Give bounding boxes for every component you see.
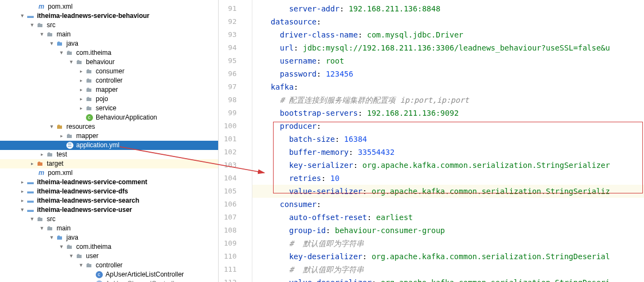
line-number: 96 (219, 67, 252, 80)
chevron-right-icon: ▸ (78, 76, 84, 85)
target-folder-icon: 🖿 (36, 159, 45, 168)
tree-item-module-behaviour[interactable]: ▼ ▬ itheima-leadnews-service-behaviour (0, 11, 218, 21)
code-line[interactable]: # 配置连接到服务端集群的配置项 ip:port,ip:port (252, 93, 644, 106)
chevron-right-icon: ▸ (78, 104, 84, 113)
line-number: 97 (219, 80, 252, 93)
folder-label: java (66, 233, 78, 242)
folder-label: mapper (76, 131, 98, 141)
line-number: 105 (219, 185, 252, 198)
module-label: itheima-leadnews-service-user (37, 205, 132, 215)
code-line[interactable]: kafka: (252, 80, 644, 93)
tree-item-module-search[interactable]: ▸ ▬ itheima-leadnews-service-search (0, 196, 218, 205)
tree-item-pojo[interactable]: ▸ 🖿 pojo (0, 95, 218, 104)
folder-label: src (47, 215, 55, 224)
package-label: behaviour (86, 58, 115, 67)
module-icon: ▬ (26, 178, 35, 187)
tree-item-user-src[interactable]: ▼ 🖿 src (0, 215, 218, 224)
code-line[interactable]: password: 123456 (252, 67, 644, 80)
tree-item-pom[interactable]: m pom.xml (0, 2, 218, 11)
code-line[interactable]: producer: (252, 120, 644, 133)
tree-item-module-comment[interactable]: ▸ ▬ itheima-leadnews-service-comment (0, 178, 218, 187)
tree-item-test[interactable]: ▸ 🖿 test (0, 150, 218, 159)
tree-item-res-mapper[interactable]: ▸ 🖿 mapper (0, 131, 218, 141)
chevron-down-icon: ▼ (39, 30, 45, 39)
tree-item-module-dfs[interactable]: ▸ ▬ itheima-leadnews-service-dfs (0, 187, 218, 196)
tree-item-behaviour[interactable]: ▼ 🖿 behaviour (0, 58, 218, 67)
code-line[interactable]: group-id: behaviour-consumer-group (252, 224, 644, 237)
code-editor[interactable]: server-addr: 192.168.211.136:8848 dataso… (252, 0, 644, 282)
source-folder-icon: 🖿 (55, 233, 64, 242)
tree-item-service[interactable]: ▸ 🖿 service (0, 104, 218, 113)
package-icon: 🖿 (85, 261, 94, 270)
code-line[interactable]: server-addr: 192.168.211.136:8848 (252, 2, 644, 15)
tree-item-application-yml[interactable]: ☰ application.yml (0, 141, 218, 150)
code-line[interactable]: datasource: (252, 15, 644, 28)
tree-item-src[interactable]: ▼ 🖿 src (0, 21, 218, 30)
tree-item-user-java[interactable]: ▼ 🖿 java (0, 233, 218, 242)
line-number: 99 (219, 106, 252, 120)
line-number: 98 (219, 93, 252, 106)
folder-label: src (47, 21, 55, 30)
code-line[interactable]: bootstrap-servers: 192.168.211.136:9092 (252, 106, 644, 120)
line-number: 94 (219, 41, 252, 54)
module-icon: ▬ (26, 205, 35, 215)
tree-item-user-com-itheima[interactable]: ▼ 🖿 com.itheima (0, 242, 218, 252)
code-line[interactable]: retries: 10 (252, 172, 644, 185)
code-line[interactable]: value-serializer: org.apache.kafka.commo… (252, 185, 644, 198)
code-line[interactable]: value-deserializer: org.apache.kafka.com… (252, 276, 644, 282)
package-icon: 🖿 (75, 58, 84, 67)
package-label: mapper (96, 85, 118, 95)
code-line[interactable]: buffer-memory: 33554432 (252, 146, 644, 159)
package-label: pojo (96, 95, 108, 104)
chevron-right-icon: ▸ (59, 131, 64, 141)
tree-item-mapper[interactable]: ▸ 🖿 mapper (0, 85, 218, 95)
module-label: itheima-leadnews-service-search (37, 196, 139, 205)
code-line[interactable]: url: jdbc:mysql://192.168.211.136:3306/l… (252, 41, 644, 54)
code-line[interactable]: driver-class-name: com.mysql.jdbc.Driver (252, 28, 644, 41)
tree-item-behaviour-application[interactable]: c BehaviourApplication (0, 113, 218, 122)
tree-item-article-list-controller[interactable]: c ApUserArticleListController (0, 270, 218, 279)
tree-item-com-itheima[interactable]: ▼ 🖿 com.itheima (0, 48, 218, 58)
code-line[interactable]: key-deserializer: org.apache.kafka.commo… (252, 250, 644, 263)
chevron-down-icon: ▼ (78, 261, 84, 270)
chevron-down-icon: ▼ (49, 39, 54, 48)
file-label: pom.xml (48, 168, 72, 178)
package-icon: 🖿 (85, 104, 94, 113)
chevron-right-icon: ▸ (78, 85, 84, 95)
chevron-right-icon: ▸ (20, 187, 25, 196)
package-label: service (96, 104, 116, 113)
tree-item-user-pkg[interactable]: ▼ 🖿 user (0, 252, 218, 261)
tree-item-target[interactable]: ▸ 🖿 target (0, 159, 218, 168)
java-class-icon: c (95, 271, 103, 278)
chevron-down-icon: ▼ (69, 252, 74, 261)
tree-item-pom-behaviour[interactable]: m pom.xml (0, 168, 218, 178)
code-line[interactable]: key-serializer: org.apache.kafka.common.… (252, 159, 644, 172)
folder-label: resources (66, 122, 95, 131)
code-line[interactable]: # 默认值即为字符串 (252, 263, 644, 276)
tree-item-resources[interactable]: ▼ 🖿 resources (0, 122, 218, 131)
chevron-down-icon: ▼ (39, 224, 45, 233)
code-line[interactable]: username: root (252, 54, 644, 67)
package-label: com.itheima (76, 48, 112, 58)
tree-item-module-user[interactable]: ▼ ▬ itheima-leadnews-service-user (0, 205, 218, 215)
tree-item-java[interactable]: ▼ 🖿 java (0, 39, 218, 48)
code-line[interactable]: consumer: (252, 198, 644, 211)
code-line[interactable]: # 默认值即为字符串 (252, 237, 644, 250)
chevron-down-icon: ▼ (69, 58, 74, 67)
code-line[interactable]: auto-offset-reset: earliest (252, 211, 644, 224)
line-number: 107 (219, 211, 252, 224)
line-number: 93 (219, 28, 252, 41)
tree-item-channel-controller[interactable]: c ApUserChannelController (0, 279, 218, 282)
tree-item-main[interactable]: ▼ 🖿 main (0, 30, 218, 39)
tree-item-user-main[interactable]: ▼ 🖿 main (0, 224, 218, 233)
line-number: 92 (219, 15, 252, 28)
chevron-right-icon: ▸ (29, 159, 35, 168)
module-label: itheima-leadnews-service-behaviour (37, 11, 150, 21)
tree-item-controller[interactable]: ▸ 🖿 controller (0, 76, 218, 85)
code-line[interactable]: batch-size: 16384 (252, 133, 644, 146)
tree-item-consumer[interactable]: ▸ 🖿 consumer (0, 67, 218, 76)
line-number: 110 (219, 250, 252, 263)
module-label: itheima-leadnews-service-comment (37, 178, 147, 187)
project-tree[interactable]: m pom.xml ▼ ▬ itheima-leadnews-service-b… (0, 0, 219, 282)
tree-item-user-controller[interactable]: ▼ 🖿 controller (0, 261, 218, 270)
